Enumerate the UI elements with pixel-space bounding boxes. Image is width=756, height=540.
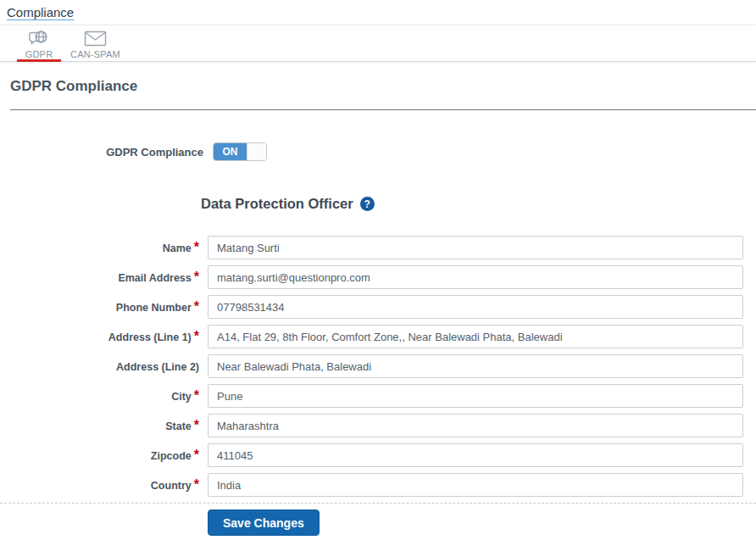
country-field[interactable]	[208, 473, 743, 497]
dpo-section-title: Data Protection Officer	[201, 196, 353, 212]
tab-gdpr[interactable]: GDPR	[17, 25, 61, 62]
compliance-tab-bar: GDPR CAN-SPAM	[0, 25, 756, 62]
tab-gdpr-label: GDPR	[25, 49, 53, 59]
save-changes-button[interactable]: Save Changes	[208, 509, 320, 536]
compliance-breadcrumb-link[interactable]: Compliance	[7, 5, 74, 19]
phone-field[interactable]	[208, 295, 743, 319]
toggle-knob	[247, 143, 266, 160]
required-marker: *	[194, 270, 199, 284]
gdpr-compliance-toggle[interactable]: ON	[213, 142, 267, 161]
required-marker: *	[194, 418, 199, 432]
form-row-state: State*	[0, 414, 756, 437]
name-label: Name	[163, 242, 192, 254]
dpo-form: Name* Email Address* Phone Number* Addre…	[0, 236, 756, 497]
email-field[interactable]	[208, 265, 743, 289]
gdpr-compliance-toggle-row: GDPR Compliance ON	[0, 142, 756, 161]
form-row-email: Email Address*	[0, 265, 756, 289]
country-label: Country	[151, 480, 192, 492]
form-row-zipcode: Zipcode*	[0, 443, 756, 467]
required-marker: *	[194, 388, 199, 403]
address1-label: Address (Line 1)	[108, 331, 192, 343]
gdpr-compliance-toggle-label: GDPR Compliance	[0, 146, 203, 159]
zipcode-field[interactable]	[208, 443, 743, 467]
email-label: Email Address	[118, 272, 191, 284]
dashed-divider	[0, 503, 756, 504]
city-label: City	[171, 391, 192, 403]
state-field[interactable]	[208, 414, 743, 437]
question-circle-icon[interactable]: ?	[360, 197, 375, 211]
required-marker: *	[194, 299, 199, 314]
form-row-name: Name*	[0, 236, 756, 259]
gdpr-globe-icon	[29, 29, 49, 47]
envelope-icon	[84, 29, 107, 47]
required-marker: *	[194, 477, 199, 492]
breadcrumb: Compliance	[0, 0, 756, 25]
state-label: State	[165, 420, 192, 432]
city-field[interactable]	[208, 384, 743, 408]
phone-label: Phone Number	[116, 302, 192, 314]
tab-can-spam[interactable]: CAN-SPAM	[68, 25, 123, 62]
address2-label: Address (Line 2)	[116, 361, 199, 373]
page-title: GDPR Compliance	[10, 78, 756, 95]
toggle-on-state: ON	[214, 143, 247, 160]
address2-field[interactable]	[208, 354, 743, 378]
form-row-city: City*	[0, 384, 756, 408]
name-field[interactable]	[208, 236, 743, 259]
title-divider	[10, 109, 756, 110]
required-marker: *	[194, 329, 199, 343]
form-row-address2: Address (Line 2)	[0, 354, 756, 378]
form-row-country: Country*	[0, 473, 756, 497]
required-marker: *	[194, 448, 199, 462]
form-row-address1: Address (Line 1)*	[0, 325, 756, 348]
dpo-section-header: Data Protection Officer ?	[201, 196, 756, 212]
form-row-phone: Phone Number*	[0, 295, 756, 319]
required-marker: *	[194, 240, 199, 254]
tab-can-spam-label: CAN-SPAM	[70, 49, 120, 59]
address1-field[interactable]	[208, 325, 743, 348]
zipcode-label: Zipcode	[151, 450, 192, 462]
